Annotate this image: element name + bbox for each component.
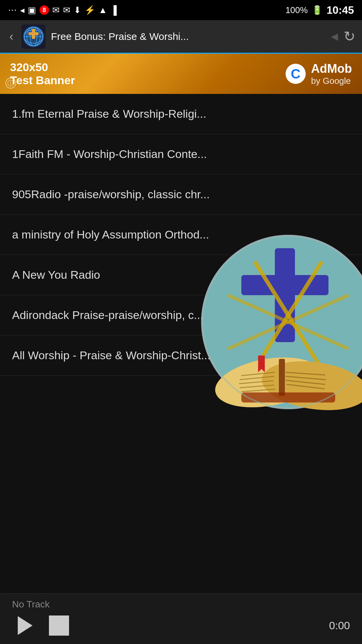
navigation-icon: ◂: [20, 5, 24, 15]
signal-icon: ▐: [111, 5, 117, 15]
radio-item[interactable]: Adirondack Praise-praise/worship, c...: [0, 295, 362, 335]
screenshot-icon: ▣: [28, 5, 36, 15]
signal-indicator: ◀: [331, 31, 338, 42]
radio-item[interactable]: All Worship - Praise & Worship-Christ...: [0, 335, 362, 376]
admob-logo-icon: C: [286, 64, 306, 84]
admob-by-google: by Google: [311, 76, 352, 86]
admob-name: AdMob: [311, 62, 352, 76]
ad-size-text: 320x50: [10, 61, 75, 74]
browser-bar: ‹ Free Bonus: Praise & Worshi... ◀ ↻: [0, 20, 362, 54]
bluetooth-icon: ⚡: [84, 5, 95, 15]
player-controls: 0:00: [12, 614, 350, 637]
radio-item[interactable]: 905Radio -praise/worship, classic chr...: [0, 174, 362, 215]
radio-item-label: All Worship - Praise & Worship-Christ...: [12, 349, 210, 362]
radio-item-label: 1.fm Eternal Praise & Worship-Religi...: [12, 107, 206, 120]
stop-button[interactable]: [49, 615, 69, 636]
radio-item-label: a ministry of Holy Assumption Orthod...: [12, 228, 209, 241]
refresh-button[interactable]: ↻: [344, 28, 355, 45]
app-logo: [21, 24, 46, 49]
play-button[interactable]: [12, 614, 36, 637]
wifi-icon: ▲: [99, 5, 107, 15]
radio-item[interactable]: 1.fm Eternal Praise & Worship-Religi...: [0, 94, 362, 134]
duration-display: 0:00: [329, 620, 350, 632]
ad-banner: 320x50 Test Banner C AdMob by Google ⓘ: [0, 54, 362, 94]
radio-list: 1.fm Eternal Praise & Worship-Religi... …: [0, 94, 362, 376]
admob-text-block: AdMob by Google: [311, 62, 352, 86]
status-bar: ⋯ ◂ ▣ 8 ✉ ✉ ⬇ ⚡ ▲ ▐ 100% 🔋 10:45: [0, 0, 362, 20]
battery-percentage: 100%: [286, 5, 308, 15]
email-icon: ✉: [52, 5, 60, 15]
browser-url: Free Bonus: Praise & Worshi...: [51, 31, 325, 42]
clock: 10:45: [326, 4, 354, 16]
download-icon: ⬇: [74, 5, 81, 15]
radio-item[interactable]: A New You Radio: [0, 255, 362, 295]
battery-icon: 🔋: [312, 5, 322, 15]
player-left-controls: [12, 614, 69, 637]
ad-banner-label: Test Banner: [10, 74, 75, 87]
ad-left-content: 320x50 Test Banner: [10, 61, 75, 87]
play-icon: [18, 616, 33, 635]
status-left-icons: ⋯ ◂ ▣ 8 ✉ ✉ ⬇ ⚡ ▲ ▐: [8, 5, 117, 15]
radio-item-label: Adirondack Praise-praise/worship, c...: [12, 309, 203, 321]
radio-item-label: 1Faith FM - Worship-Christian Conte...: [12, 148, 207, 160]
radio-item-label: A New You Radio: [12, 268, 100, 281]
email2-icon: ✉: [63, 5, 70, 15]
menu-icon: ⋯: [8, 5, 17, 15]
radio-item[interactable]: 1Faith FM - Worship-Christian Conte...: [0, 134, 362, 174]
radio-item[interactable]: a ministry of Holy Assumption Orthod...: [0, 215, 362, 255]
notification-badge: 8: [40, 5, 49, 15]
bottom-player: No Track 0:00: [0, 593, 362, 644]
admob-branding: C AdMob by Google: [286, 62, 352, 86]
radio-item-label: 905Radio -praise/worship, classic chr...: [12, 188, 210, 201]
svg-rect-7: [28, 32, 39, 35]
no-track-label: No Track: [12, 599, 350, 610]
status-right: 100% 🔋 10:45: [286, 4, 354, 16]
back-button[interactable]: ‹: [7, 27, 16, 46]
